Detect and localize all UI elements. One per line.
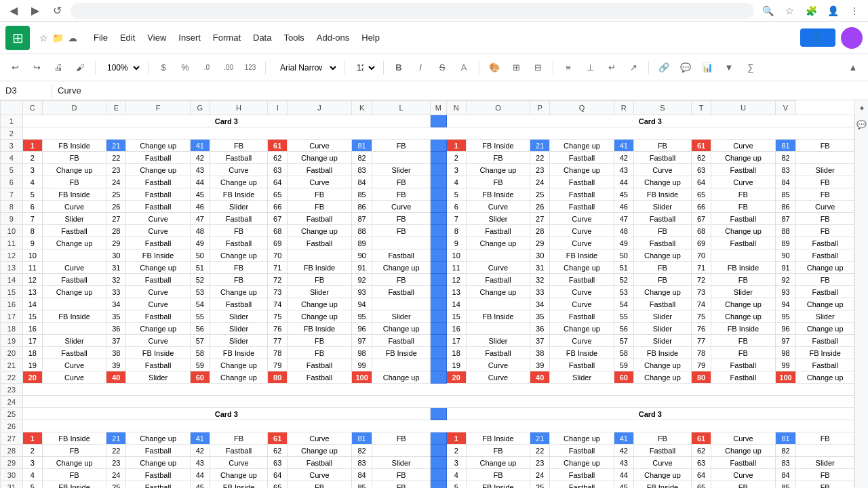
col-header-j[interactable]: J bbox=[288, 101, 352, 115]
table-cell[interactable]: 26 bbox=[106, 201, 126, 213]
borders-button[interactable]: ⊞ bbox=[507, 58, 526, 77]
paint-format-button[interactable]: 🖌 bbox=[71, 58, 90, 77]
table-cell[interactable]: FB Inside bbox=[42, 140, 106, 152]
table-cell[interactable]: FB bbox=[633, 274, 691, 286]
table-cell[interactable]: FB Inside bbox=[466, 140, 530, 152]
table-cell[interactable]: FB bbox=[711, 481, 776, 489]
table-cell[interactable]: FB Inside bbox=[466, 432, 530, 445]
table-cell[interactable]: 35 bbox=[106, 310, 126, 323]
table-cell[interactable]: 41 bbox=[190, 432, 210, 445]
table-cell[interactable]: 7 bbox=[22, 213, 42, 225]
chart-button[interactable]: 📊 bbox=[698, 58, 717, 77]
table-cell[interactable]: FB Inside bbox=[466, 310, 530, 323]
table-cell[interactable]: Fastball bbox=[210, 213, 267, 225]
table-cell[interactable]: FB bbox=[288, 347, 352, 359]
table-cell[interactable]: FB Inside bbox=[288, 323, 352, 335]
table-cell[interactable]: 87 bbox=[351, 213, 372, 225]
table-cell[interactable]: 42 bbox=[190, 152, 210, 164]
collapse-button[interactable]: ▲ bbox=[844, 58, 863, 77]
table-cell[interactable]: Curve bbox=[288, 176, 352, 188]
table-cell[interactable]: Curve bbox=[288, 432, 352, 445]
table-cell[interactable]: Change up bbox=[466, 286, 530, 298]
table-cell[interactable]: Fastball bbox=[126, 274, 191, 286]
table-cell[interactable]: 78 bbox=[268, 347, 288, 359]
table-cell[interactable]: 66 bbox=[268, 201, 288, 213]
cell-reference[interactable]: D3 bbox=[5, 85, 46, 96]
table-cell[interactable]: FB bbox=[796, 469, 854, 481]
table-cell[interactable]: FB bbox=[466, 152, 530, 164]
table-cell[interactable]: Change up bbox=[126, 457, 191, 469]
table-cell[interactable]: Slider bbox=[210, 323, 267, 335]
table-cell[interactable]: 91 bbox=[351, 262, 372, 274]
table-cell[interactable]: 84 bbox=[775, 176, 796, 188]
table-cell[interactable]: 82 bbox=[775, 152, 796, 164]
table-cell[interactable]: 8 bbox=[22, 225, 42, 237]
table-cell[interactable]: Change up bbox=[796, 371, 854, 384]
table-cell[interactable]: Fastball bbox=[633, 213, 691, 225]
table-cell[interactable]: Change up bbox=[126, 323, 191, 335]
table-cell[interactable]: Curve bbox=[210, 164, 267, 176]
table-cell[interactable]: 49 bbox=[190, 237, 210, 249]
table-cell[interactable]: FB bbox=[372, 140, 430, 152]
align-vert-button[interactable]: ⊥ bbox=[580, 58, 599, 77]
table-cell[interactable]: Fastball bbox=[42, 274, 106, 286]
table-cell[interactable]: 16 bbox=[446, 323, 466, 335]
table-cell[interactable]: Fastball bbox=[550, 359, 614, 371]
font-color-button[interactable]: A bbox=[454, 58, 473, 77]
table-cell[interactable]: 21 bbox=[530, 140, 550, 152]
table-cell[interactable]: 5 bbox=[446, 188, 466, 201]
table-cell[interactable]: 10 bbox=[22, 249, 42, 262]
table-cell[interactable]: FB bbox=[372, 481, 430, 489]
table-cell[interactable]: Change up bbox=[633, 249, 691, 262]
table-cell[interactable]: 60 bbox=[614, 371, 633, 384]
table-cell[interactable]: Change up bbox=[42, 286, 106, 298]
table-cell[interactable]: 16 bbox=[22, 323, 42, 335]
table-cell[interactable]: Change up bbox=[633, 176, 691, 188]
table-cell[interactable]: Change up bbox=[126, 140, 191, 152]
table-cell[interactable]: 4 bbox=[22, 176, 42, 188]
table-cell[interactable]: 63 bbox=[692, 164, 711, 176]
table-cell[interactable]: 45 bbox=[190, 188, 210, 201]
table-cell[interactable]: Fastball bbox=[126, 176, 191, 188]
table-cell[interactable]: 72 bbox=[268, 274, 288, 286]
table-cell[interactable]: Fastball bbox=[126, 469, 191, 481]
table-cell[interactable]: Fastball bbox=[466, 225, 530, 237]
table-cell[interactable]: Fastball bbox=[550, 188, 614, 201]
table-cell[interactable]: Fastball bbox=[796, 286, 854, 298]
table-cell[interactable]: Curve bbox=[550, 225, 614, 237]
table-cell[interactable]: FB Inside bbox=[372, 347, 430, 359]
table-cell[interactable]: 51 bbox=[614, 262, 633, 274]
table-cell[interactable]: Curve bbox=[42, 262, 106, 274]
table-cell[interactable]: 15 bbox=[446, 310, 466, 323]
font-select[interactable]: Arial Narrow Arial Times New Roman bbox=[271, 60, 339, 75]
table-cell[interactable]: 92 bbox=[351, 274, 372, 286]
table-cell[interactable]: 99 bbox=[775, 359, 796, 371]
table-cell[interactable]: 100 bbox=[775, 371, 796, 384]
table-cell[interactable]: 84 bbox=[351, 176, 372, 188]
table-cell[interactable]: FB Inside bbox=[550, 347, 614, 359]
table-cell[interactable]: Slider bbox=[126, 371, 191, 384]
table-cell[interactable]: 84 bbox=[351, 469, 372, 481]
table-cell[interactable]: 1 bbox=[446, 140, 466, 152]
table-cell[interactable]: FB bbox=[796, 225, 854, 237]
table-cell[interactable]: Slider bbox=[550, 371, 614, 384]
table-cell[interactable]: 85 bbox=[351, 481, 372, 489]
table-cell[interactable]: 22 bbox=[530, 152, 550, 164]
table-cell[interactable]: Change up bbox=[126, 262, 191, 274]
table-cell[interactable]: Change up bbox=[711, 298, 776, 310]
table-cell[interactable]: 25 bbox=[106, 481, 126, 489]
table-cell[interactable]: 80 bbox=[692, 371, 711, 384]
table-cell[interactable]: Slider bbox=[210, 335, 267, 347]
table-cell[interactable]: Slider bbox=[633, 310, 691, 323]
table-cell[interactable]: Curve bbox=[633, 164, 691, 176]
table-cell[interactable]: 37 bbox=[106, 335, 126, 347]
table-cell[interactable]: 77 bbox=[692, 335, 711, 347]
table-cell[interactable]: 1 bbox=[446, 432, 466, 445]
table-cell[interactable]: 14 bbox=[446, 298, 466, 310]
col-header-o[interactable]: O bbox=[466, 101, 530, 115]
table-cell[interactable]: Change up bbox=[288, 445, 352, 457]
table-cell[interactable]: 81 bbox=[351, 432, 372, 445]
bookmark-icon[interactable]: ☆ bbox=[781, 3, 797, 19]
formula-input[interactable] bbox=[58, 85, 863, 96]
table-cell[interactable] bbox=[288, 249, 352, 262]
